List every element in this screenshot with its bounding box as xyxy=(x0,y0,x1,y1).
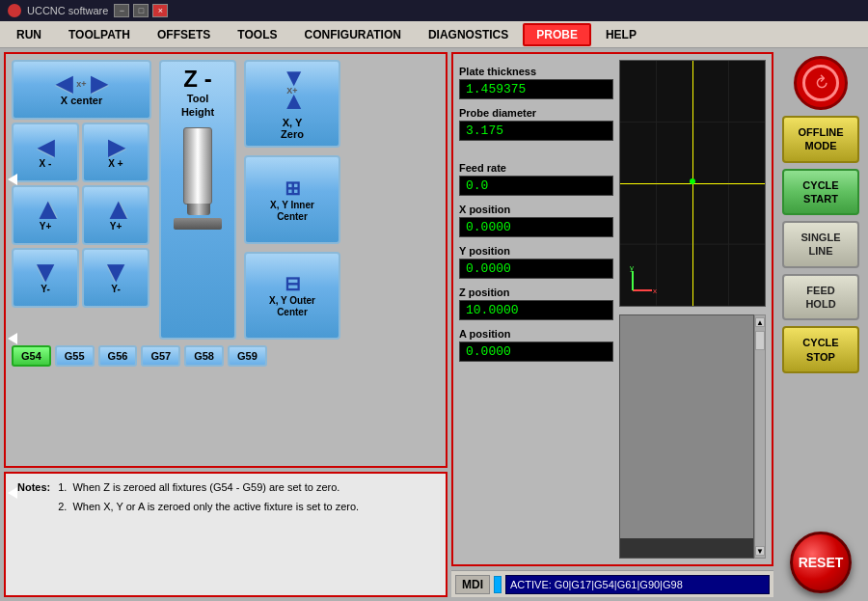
axis-indicator: x y xyxy=(628,266,657,298)
fixture-g59[interactable]: G59 xyxy=(228,345,267,367)
note-2-num: 2. xyxy=(58,501,67,512)
xy-outer-center-button[interactable]: ⊟ X, Y OuterCenter xyxy=(244,252,340,340)
y-minus-right-button[interactable]: ▶ Y- xyxy=(82,248,149,308)
left-arrow-top xyxy=(2,174,17,185)
x-position-label: X position xyxy=(459,204,613,215)
note-item-2: 2. When X, Y or A is zeroed only the act… xyxy=(58,501,359,512)
bottom-black-bar xyxy=(620,538,753,558)
x-plus-button[interactable]: ▶ X + xyxy=(82,123,149,182)
fixture-g58[interactable]: G58 xyxy=(184,345,224,367)
tool-base xyxy=(174,218,222,230)
mdi-input[interactable] xyxy=(505,575,770,594)
menu-diagnostics[interactable]: DIAGNOSTICS xyxy=(416,24,521,45)
menu-run[interactable]: RUN xyxy=(4,24,54,45)
x-position-value: 0.0000 xyxy=(459,217,613,237)
dro-panel: Plate thickness 1.459375 Probe diameter … xyxy=(459,60,613,559)
bottom-view-wrap: ▲ ▼ xyxy=(619,314,766,560)
mdi-indicator xyxy=(494,576,502,593)
direction-grid-wrap: ▶ x+ ▶ X center ▶ X - ▶ xyxy=(12,60,151,340)
plate-thickness-value: 1.459375 xyxy=(459,79,613,99)
svg-text:y: y xyxy=(630,266,634,272)
info-area: Plate thickness 1.459375 Probe diameter … xyxy=(451,52,773,566)
menu-help[interactable]: HELP xyxy=(593,24,649,45)
left-arrow-mid xyxy=(2,333,17,344)
y-position-value: 0.0000 xyxy=(459,259,613,279)
y-plus-left-button[interactable]: ▶ Y+ xyxy=(12,185,79,245)
axis-svg: x y xyxy=(628,266,657,295)
left-panel: ▶ x+ ▶ X center ▶ X - ▶ xyxy=(4,52,448,597)
y-row1: ▶ Y+ ▶ Y+ xyxy=(12,185,151,245)
titlebar: UCCNC software − □ × xyxy=(0,0,868,21)
y-minus-left-button[interactable]: ▶ Y- xyxy=(12,248,79,308)
x-center-label: X center xyxy=(61,95,102,106)
cycle-start-button[interactable]: CYCLESTART xyxy=(782,169,859,216)
logo-arrow: ↻ xyxy=(808,70,833,96)
notes-content: Notes: 1. When Z is zeroed all fixtures … xyxy=(17,481,434,512)
notes-area: Notes: 1. When Z is zeroed all fixtures … xyxy=(4,472,448,597)
menubar: RUN TOOLPATH OFFSETS TOOLS CONFIGURATION… xyxy=(0,21,868,48)
feed-hold-button[interactable]: FEEDHOLD xyxy=(782,274,859,321)
z-position-label: Z position xyxy=(459,287,613,298)
xy-buttons: ▶ X+ ▶ X, Y Zero ⊞ X, Y InnerCenter xyxy=(244,60,340,340)
menu-configuration[interactable]: CONFIGURATION xyxy=(291,24,413,45)
menu-toolpath[interactable]: TOOLPATH xyxy=(56,24,143,45)
feed-rate-label: Feed rate xyxy=(459,162,613,174)
fixture-g57[interactable]: G57 xyxy=(141,345,180,367)
feed-rate-value: 0.0 xyxy=(459,176,613,196)
svg-text:x: x xyxy=(653,287,657,295)
y-position-label: Y position xyxy=(459,245,613,257)
y-plus-right-button[interactable]: ▶ Y+ xyxy=(82,185,149,245)
minimize-button[interactable]: − xyxy=(114,4,129,17)
reset-button[interactable]: RESET xyxy=(790,532,852,593)
menu-probe[interactable]: PROBE xyxy=(523,23,591,46)
x-minus-button[interactable]: ▶ X - xyxy=(12,123,79,182)
cycle-stop-button[interactable]: CYCLESTOP xyxy=(782,326,859,373)
xy-inner-center-button[interactable]: ⊞ X, Y InnerCenter xyxy=(244,155,340,243)
scrollbar[interactable]: ▲ ▼ xyxy=(754,314,766,560)
scroll-thumb[interactable] xyxy=(755,331,765,350)
plate-thickness-label: Plate thickness xyxy=(459,66,613,77)
canvas-bottom xyxy=(619,314,754,560)
fixture-g54[interactable]: G54 xyxy=(12,345,51,367)
fixture-g56[interactable]: G56 xyxy=(98,345,138,367)
mdi-label: MDI xyxy=(455,575,490,594)
tool-height-label2: Height xyxy=(181,106,214,118)
logo: ↻ xyxy=(794,56,848,110)
menu-tools[interactable]: TOOLS xyxy=(225,24,289,45)
menu-offsets[interactable]: OFFSETS xyxy=(145,24,223,45)
left-arrow-bot xyxy=(2,487,17,499)
right-sidebar: ↻ OFFLINEMODE CYCLESTART SINGLELINE FEED… xyxy=(777,52,864,597)
note-1-text: When Z is zeroed all fixtures (G54 - G59… xyxy=(72,481,339,493)
scroll-down[interactable]: ▼ xyxy=(755,546,765,556)
tool-cylinder xyxy=(183,127,212,205)
mdi-bar: MDI xyxy=(451,570,773,597)
fixture-row: G54 G55 G56 G57 G58 G59 xyxy=(12,345,440,367)
tool-height-label: Tool xyxy=(187,93,208,104)
app-title: UCCNC software xyxy=(27,5,108,16)
x-row: ▶ X - ▶ X + xyxy=(12,123,151,182)
close-button[interactable]: × xyxy=(152,4,168,17)
scroll-up[interactable]: ▲ xyxy=(755,317,765,327)
a-position-label: A position xyxy=(459,328,613,340)
canvas-top: x y xyxy=(619,60,766,307)
maximize-button[interactable]: □ xyxy=(133,4,149,17)
fixture-g55[interactable]: G55 xyxy=(55,345,95,367)
single-line-button[interactable]: SINGLELINE xyxy=(782,221,859,268)
probe-diameter-label: Probe diameter xyxy=(459,107,613,119)
note-2-text: When X, Y or A is zeroed only the active… xyxy=(72,501,359,512)
note-item-1: 1. When Z is zeroed all fixtures (G54 - … xyxy=(58,481,359,493)
probe-diameter-value: 3.175 xyxy=(459,121,613,141)
xy-zero-button[interactable]: ▶ X+ ▶ X, Y Zero xyxy=(244,60,340,148)
main-area: ▶ x+ ▶ X center ▶ X - ▶ xyxy=(0,48,868,601)
z-tool-height-button[interactable]: Z - Tool Height xyxy=(159,60,236,340)
note-1-num: 1. xyxy=(58,481,67,493)
logo-inner: ↻ xyxy=(802,65,839,101)
z-position-value: 10.0000 xyxy=(459,300,613,320)
x-center-button[interactable]: ▶ x+ ▶ X center xyxy=(12,60,151,120)
offline-mode-button[interactable]: OFFLINEMODE xyxy=(782,116,859,163)
right-panel: Plate thickness 1.459375 Probe diameter … xyxy=(451,52,773,597)
probe-top: ▶ x+ ▶ X center ▶ X - ▶ xyxy=(12,60,440,340)
a-position-value: 0.0000 xyxy=(459,341,613,362)
probe-area: ▶ x+ ▶ X center ▶ X - ▶ xyxy=(4,52,448,468)
app-icon xyxy=(8,4,21,17)
